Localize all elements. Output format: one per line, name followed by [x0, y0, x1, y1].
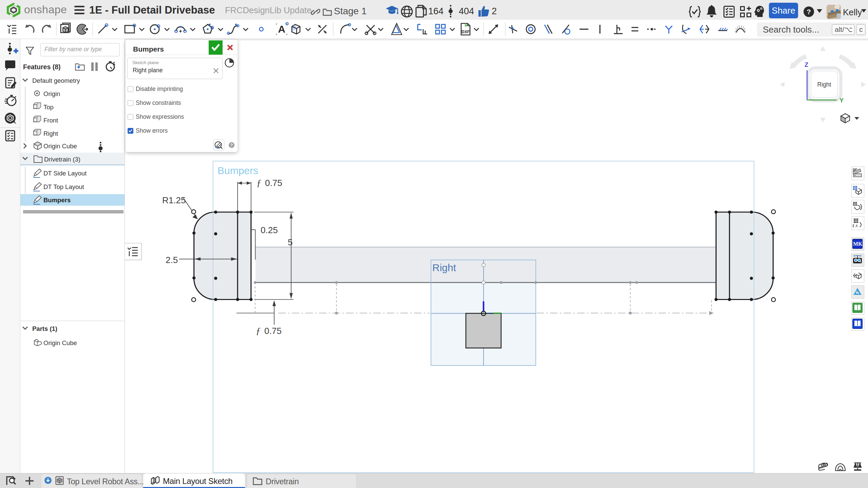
svg-text:Origin: Origin	[43, 90, 60, 97]
svg-text:Right: Right	[817, 81, 831, 88]
svg-text:Right: Right	[43, 130, 58, 137]
svg-text:Y: Y	[839, 97, 844, 104]
svg-text:A: A	[278, 23, 285, 35]
svg-text:Top: Top	[43, 104, 54, 111]
svg-text:alt/⌥: alt/⌥	[835, 25, 852, 33]
svg-text:Origin Cube: Origin Cube	[43, 143, 77, 150]
svg-text:Z: Z	[805, 61, 808, 68]
svg-text:c: c	[859, 25, 863, 33]
svg-text:R1.25: R1.25	[162, 195, 186, 205]
svg-text:DXF: DXF	[461, 30, 470, 34]
svg-text:ƒ: ƒ	[257, 177, 261, 188]
svg-text:Right: Right	[432, 262, 456, 273]
svg-text:Bumpers: Bumpers	[43, 196, 71, 204]
svg-text:Bumpers: Bumpers	[218, 165, 258, 176]
svg-text:Parts (1): Parts (1)	[32, 325, 57, 332]
svg-text:Search tools...: Search tools...	[763, 24, 819, 35]
svg-text:5: 5	[288, 237, 293, 247]
svg-text:2.5: 2.5	[166, 255, 178, 265]
svg-text:x: x	[855, 223, 858, 228]
svg-text:Front: Front	[43, 117, 58, 124]
svg-text:DT Top Layout: DT Top Layout	[43, 183, 84, 190]
svg-text:0.75: 0.75	[265, 178, 282, 188]
svg-text:ƒ: ƒ	[256, 325, 261, 336]
svg-text:DT Side Layout: DT Side Layout	[43, 170, 87, 177]
svg-text:0.25: 0.25	[261, 225, 278, 235]
svg-text:Origin Cube: Origin Cube	[43, 339, 77, 346]
svg-text:Drivetrain (3): Drivetrain (3)	[44, 156, 80, 163]
svg-text:0.75: 0.75	[264, 326, 282, 336]
svg-text:Default geometry: Default geometry	[32, 77, 80, 84]
svg-text:?: ?	[807, 8, 811, 16]
